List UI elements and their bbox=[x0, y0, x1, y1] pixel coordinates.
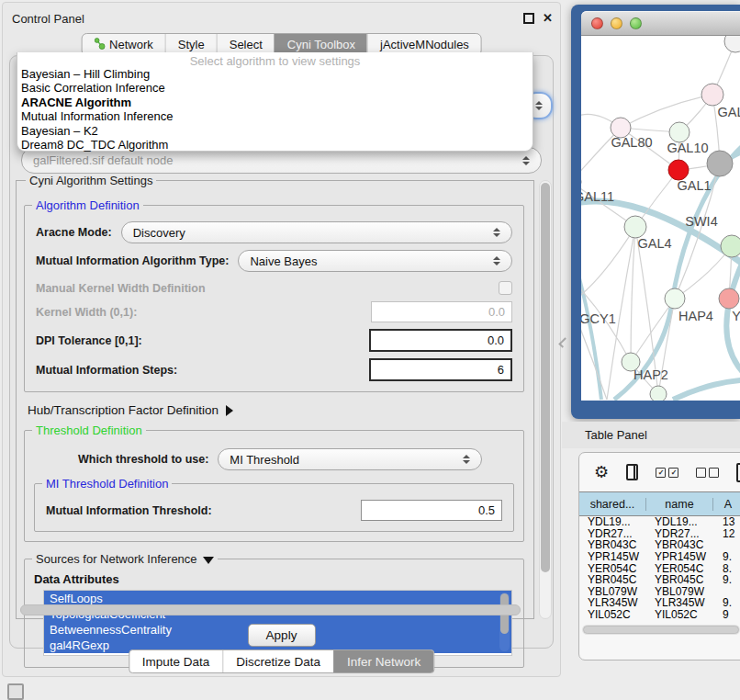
sources-title-text: Sources for Network Inference bbox=[36, 552, 197, 566]
dpi-tolerance-label: DPI Tolerance [0,1]: bbox=[36, 334, 142, 347]
algorithm-dropdown-popup: Select algorithm to view settings Bayesi… bbox=[17, 52, 533, 152]
zoom-window-button[interactable] bbox=[630, 17, 642, 29]
close-icon[interactable]: ✕ bbox=[543, 13, 553, 24]
network-view-window: GALGAL80GAL10GAL1GAL11GAL4SWI4GCY1HAP4YH… bbox=[571, 5, 740, 419]
algorithm-definition-title: Algorithm Definition bbox=[32, 198, 143, 212]
deselect-all-checkboxes-icon[interactable] bbox=[696, 468, 719, 478]
panel-title: Control Panel bbox=[12, 12, 84, 26]
table-toolbar: ⚙ ✓✓ bbox=[579, 453, 740, 491]
split-view-icon[interactable] bbox=[626, 464, 638, 480]
manual-kernel-label: Manual Kernel Width Definition bbox=[36, 282, 206, 295]
float-panel-icon[interactable] bbox=[523, 13, 534, 24]
network-node[interactable] bbox=[665, 288, 685, 309]
tab-discretize-data[interactable]: Discretize Data bbox=[222, 650, 333, 672]
network-edge[interactable] bbox=[581, 201, 740, 264]
algorithm-definition-group: Algorithm Definition Aracne Mode: Discov… bbox=[24, 205, 524, 392]
table-cell: YIL052C bbox=[646, 608, 713, 620]
table-row[interactable]: YBL079WYBL079W bbox=[579, 586, 740, 598]
data-attributes-label: Data Attributes bbox=[34, 572, 521, 586]
network-node[interactable] bbox=[650, 386, 667, 401]
network-edge[interactable] bbox=[621, 95, 712, 128]
algorithm-placeholder: Select algorithm to view settings bbox=[17, 54, 533, 67]
network-node-label: GAL10 bbox=[667, 141, 708, 155]
table-panel: ⚙ ✓✓ shared...nameA YDL19...YDL19...13YD… bbox=[578, 452, 740, 660]
close-window-button[interactable] bbox=[591, 17, 603, 29]
table-cell: 9. bbox=[713, 573, 740, 586]
network-canvas[interactable]: GALGAL80GAL10GAL1GAL11GAL4SWI4GCY1HAP4YH… bbox=[581, 36, 740, 401]
tab-label: Infer Network bbox=[347, 655, 420, 669]
docked-panel-icon[interactable] bbox=[7, 683, 24, 700]
table-row[interactable]: YDL19...YDL19...13 bbox=[579, 516, 740, 528]
aracne-mode-combo[interactable]: Discovery bbox=[121, 221, 512, 243]
table-row[interactable]: YBR045CYBR045C9. bbox=[579, 574, 740, 586]
column-header[interactable]: name bbox=[646, 498, 713, 511]
control-panel-titlebar: Control Panel ✕ bbox=[12, 9, 553, 28]
algorithm-option[interactable]: Dream8 DC_TDC Algorithm bbox=[17, 138, 533, 152]
minimize-window-button[interactable] bbox=[611, 17, 622, 29]
network-node[interactable] bbox=[668, 160, 689, 180]
kernel-width-field[interactable]: 0.0 bbox=[371, 301, 512, 322]
network-icon bbox=[94, 38, 105, 52]
mi-type-combo[interactable]: Naive Bayes bbox=[238, 250, 512, 272]
column-header[interactable]: shared... bbox=[579, 498, 646, 511]
table-body: YDL19...YDL19...13YDR27...YDR27...12YBR0… bbox=[579, 516, 740, 620]
network-edge[interactable] bbox=[673, 379, 740, 400]
table-row[interactable]: YPR145WYPR145W9. bbox=[579, 551, 740, 563]
network-node[interactable] bbox=[707, 151, 733, 176]
network-window-titlebar[interactable] bbox=[581, 11, 740, 36]
chevron-right-icon bbox=[226, 405, 233, 416]
manual-kernel-checkbox[interactable] bbox=[499, 281, 512, 295]
network-node-label: HAP2 bbox=[633, 367, 668, 382]
kernel-width-label: Kernel Width (0,1): bbox=[36, 306, 137, 319]
spinner-arrows-icon bbox=[463, 455, 470, 464]
network-node[interactable] bbox=[624, 216, 646, 238]
table-row[interactable]: YLR345WYLR345W9. bbox=[579, 597, 740, 609]
tab-label: Discretize Data bbox=[236, 655, 320, 669]
table-row[interactable]: YIL052CYIL052C9 bbox=[579, 609, 740, 620]
table-horizontal-scrollbar[interactable] bbox=[582, 625, 740, 635]
tab-label: Style bbox=[178, 38, 205, 51]
algorithm-option[interactable]: Bayesian – K2 bbox=[17, 124, 533, 138]
dpi-tolerance-field[interactable]: 0.0 bbox=[369, 329, 512, 352]
network-node-label: Y bbox=[732, 309, 740, 323]
network-node[interactable] bbox=[719, 288, 739, 309]
mi-steps-field[interactable]: 6 bbox=[369, 358, 512, 381]
tab-impute-data[interactable]: Impute Data bbox=[129, 650, 223, 672]
network-node-label: GAL11 bbox=[581, 189, 614, 204]
list-scrollbar[interactable] bbox=[499, 593, 510, 651]
network-node[interactable] bbox=[721, 235, 740, 257]
algorithm-option[interactable]: ARACNE Algorithm bbox=[17, 96, 533, 109]
mi-threshold-label: Mutual Information Threshold: bbox=[46, 504, 212, 517]
settings-vertical-scrollbar[interactable] bbox=[539, 180, 552, 619]
settings-horizontal-scrollbar[interactable] bbox=[20, 604, 521, 615]
network-node-label: GCY1 bbox=[581, 311, 616, 326]
tab-infer-network[interactable]: Infer Network bbox=[333, 650, 433, 672]
apply-button[interactable]: Apply bbox=[248, 624, 316, 647]
network-edge[interactable] bbox=[581, 227, 635, 303]
table-cell: YIL052C bbox=[579, 608, 646, 620]
mi-threshold-field[interactable]: 0.5 bbox=[361, 500, 502, 521]
spinner-arrows-icon bbox=[493, 228, 500, 237]
mi-threshold-group-title: MI Threshold Definition bbox=[42, 477, 172, 491]
table-document-icon[interactable] bbox=[736, 463, 740, 482]
which-threshold-combo[interactable]: MI Threshold bbox=[218, 448, 482, 470]
algorithm-option[interactable]: Basic Correlation Inference bbox=[17, 81, 533, 95]
table-row[interactable]: YER054CYER054C8. bbox=[579, 562, 740, 574]
network-node[interactable] bbox=[669, 122, 690, 142]
column-header[interactable]: A bbox=[713, 498, 740, 511]
gear-icon[interactable]: ⚙ bbox=[594, 464, 609, 480]
network-node[interactable] bbox=[724, 36, 740, 52]
table-row[interactable]: YBR043CYBR043C bbox=[579, 539, 740, 551]
select-all-checkboxes-icon[interactable]: ✓✓ bbox=[656, 468, 678, 478]
algorithm-option[interactable]: Bayesian – Hill Climbing bbox=[17, 67, 533, 81]
hub-definition-expander[interactable]: Hub/Transcription Factor Definition bbox=[28, 403, 533, 417]
network-node[interactable] bbox=[701, 84, 723, 106]
cyni-bottom-tabs: Impute Data Discretize Data Infer Networ… bbox=[129, 649, 434, 673]
tab-label: Network bbox=[109, 38, 153, 51]
table-header-row: shared...nameA bbox=[579, 491, 740, 516]
table-row[interactable]: YDR27...YDR27...12 bbox=[579, 528, 740, 540]
mi-threshold-group: MI Threshold Definition Mutual Informati… bbox=[34, 483, 514, 532]
spinner-arrows-icon bbox=[493, 256, 500, 265]
mi-type-value: Naive Bayes bbox=[250, 254, 317, 268]
algorithm-option[interactable]: Mutual Information Inference bbox=[17, 109, 533, 123]
